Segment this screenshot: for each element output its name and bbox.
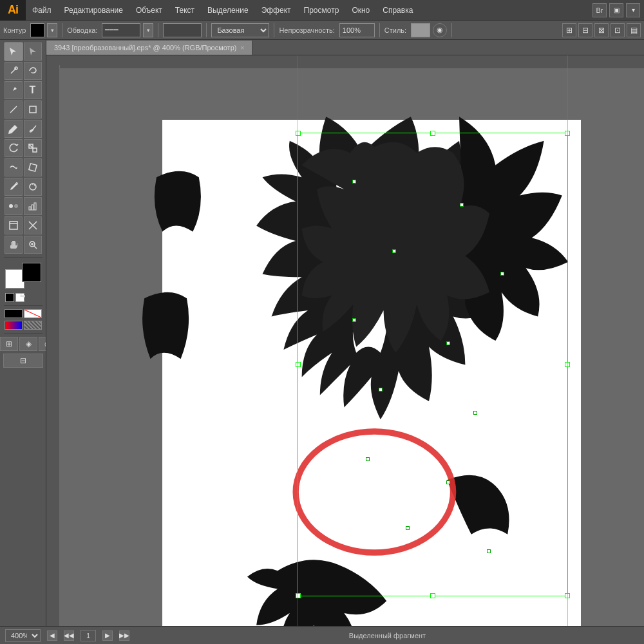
svg-line-10 (34, 185, 35, 186)
direct-select-tool[interactable] (24, 43, 42, 61)
sep6 (451, 23, 452, 37)
style-label: Стиль: (384, 26, 406, 34)
tool-row-5 (0, 120, 46, 138)
tool-row-2 (0, 62, 46, 80)
measure-tool[interactable] (24, 178, 42, 196)
stroke-label2: Обводка: (67, 26, 97, 34)
first-page-button[interactable]: ◀◀ (64, 630, 74, 641)
layers-icon[interactable]: ⊞ (0, 337, 18, 351)
pen-tool[interactable] (5, 81, 23, 99)
color-swatches-area (5, 263, 41, 289)
brush-tool[interactable] (24, 120, 42, 138)
lasso-tool[interactable] (24, 62, 42, 80)
menu-object[interactable]: Объект (129, 0, 169, 20)
nav-icon[interactable]: ◉ (39, 337, 46, 351)
fill-arrow[interactable]: ▾ (47, 23, 57, 37)
br-button[interactable]: Br (592, 3, 607, 17)
sep1 (62, 23, 62, 37)
next-page-button[interactable]: ▶ (102, 630, 113, 641)
menu-bar: Ai Файл Редактирование Объект Текст Выде… (0, 0, 644, 21)
canvas-area: 3943 [преобразованный].eps* @ 400% (RGB/… (46, 40, 644, 626)
artboards-icon[interactable]: ⊟ (3, 354, 43, 368)
document-tab[interactable]: 3943 [преобразованный].eps* @ 400% (RGB/… (46, 41, 252, 55)
last-page-button[interactable]: ▶▶ (119, 630, 129, 641)
main-area: T (0, 40, 644, 626)
tab-title: 3943 [преобразованный].eps* @ 400% (RGB/… (54, 44, 236, 52)
status-text: Выделенный фрагмент (136, 632, 639, 639)
pathfinder-icon[interactable]: ⊠ (594, 23, 609, 37)
status-bar: 400% ◀ ◀◀ ▶ ▶▶ Выделенный фрагмент (0, 626, 644, 644)
warp-tool[interactable] (5, 158, 23, 176)
canvas-container[interactable] (46, 55, 644, 626)
zoom-select[interactable]: 400% (5, 629, 41, 642)
select-tool[interactable] (5, 43, 23, 61)
opacity-label: Непрозрачность: (279, 26, 334, 34)
sep3 (206, 23, 207, 37)
page-number-input[interactable] (80, 630, 96, 641)
align-icon[interactable]: ⊞ (562, 23, 576, 37)
ruler-corner (46, 55, 59, 68)
menu-view[interactable]: Просмотр (298, 0, 346, 20)
tab-close-button[interactable]: × (240, 44, 244, 52)
magic-wand-tool[interactable] (5, 62, 23, 80)
line-tool[interactable] (5, 100, 23, 118)
fill-swatch[interactable] (30, 23, 44, 37)
pencil-tool[interactable] (5, 120, 23, 138)
symbols-icon[interactable]: ◈ (19, 337, 37, 351)
tool-divider (4, 257, 43, 258)
graph-tool[interactable] (24, 197, 42, 215)
tool-divider2 (4, 305, 43, 306)
style-box[interactable] (411, 23, 430, 37)
text-tool[interactable]: T (24, 81, 42, 99)
transform-icon[interactable]: ⊟ (578, 23, 592, 37)
pattern-swatch[interactable] (24, 321, 42, 330)
panels-icon[interactable]: ▤ (627, 23, 641, 37)
artboard-tool[interactable] (5, 216, 23, 234)
line-type-select[interactable]: Базовая (211, 23, 269, 37)
menu-file[interactable]: Файл (26, 0, 58, 20)
rect-tool[interactable] (24, 100, 42, 118)
default-colors-icon[interactable] (5, 293, 14, 302)
stroke-arrow[interactable]: ▾ (143, 23, 153, 37)
free-transform-tool[interactable] (24, 158, 42, 176)
svg-rect-22 (59, 55, 644, 68)
hand-tool[interactable] (5, 236, 23, 254)
foreground-swatch[interactable] (22, 263, 41, 282)
eyedropper-tool[interactable] (5, 178, 23, 196)
stroke-none-swatch[interactable] (24, 309, 42, 318)
fill-none-swatch[interactable] (5, 309, 23, 318)
svg-rect-14 (32, 205, 33, 210)
stroke-label: Контур (3, 26, 26, 34)
scale-tool[interactable] (24, 139, 42, 157)
stroke-weight[interactable] (163, 23, 202, 37)
toolbox: T (0, 40, 46, 626)
arrange-icon[interactable]: ▾ (626, 3, 640, 17)
vertical-ruler (46, 55, 59, 626)
svg-line-5 (29, 144, 33, 148)
zoom-tool[interactable] (24, 236, 42, 254)
stroke-color-box[interactable]: ━━━ (102, 23, 140, 37)
style-option[interactable]: ◉ (433, 23, 447, 37)
menu-select[interactable]: Выделение (201, 0, 255, 20)
tool-row-10 (0, 216, 46, 234)
svg-line-1 (10, 106, 17, 113)
menu-text[interactable]: Текст (169, 0, 201, 20)
tool-row-3: T (0, 81, 46, 99)
menu-edit[interactable]: Редактирование (58, 0, 129, 20)
menu-effect[interactable]: Эффект (255, 0, 298, 20)
slice-tool[interactable] (24, 216, 42, 234)
sep4 (274, 23, 274, 37)
properties-toolbar: Контур ▾ Обводка: ━━━ ▾ Базовая Непрозра… (0, 21, 644, 40)
menu-window[interactable]: Окно (345, 0, 376, 20)
stroke-icon2[interactable]: ⊡ (611, 23, 625, 37)
menu-help[interactable]: Справка (376, 0, 419, 20)
workspace-icon[interactable]: ▣ (609, 3, 623, 17)
svg-line-19 (34, 246, 37, 249)
blend-tool[interactable] (5, 197, 23, 215)
gradient-swatch[interactable] (5, 321, 23, 330)
swap-colors-icon[interactable]: ⇆ (15, 293, 24, 302)
tool-row-7 (0, 158, 46, 176)
prev-page-button[interactable]: ◀ (47, 630, 57, 641)
opacity-input[interactable] (339, 23, 375, 37)
rotate-tool[interactable] (5, 139, 23, 157)
